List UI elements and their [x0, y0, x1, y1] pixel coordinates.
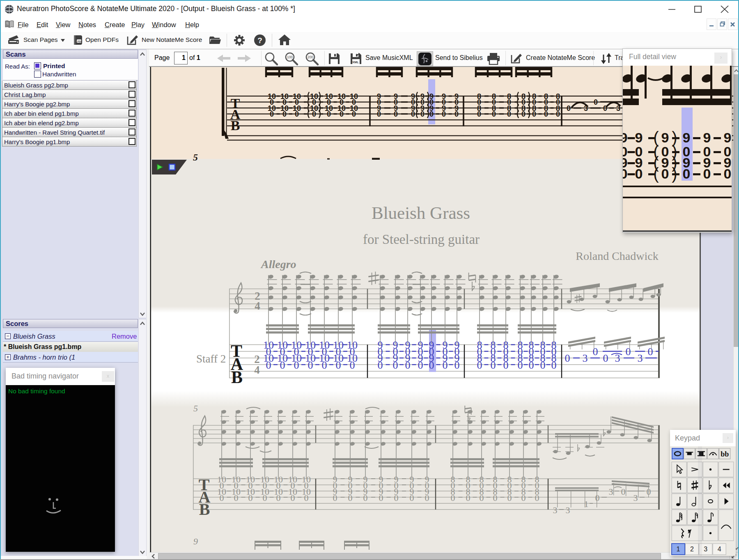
svg-text:0: 0 — [556, 110, 560, 118]
svg-text:0: 0 — [340, 110, 344, 118]
svg-text:0: 0 — [661, 166, 669, 181]
svg-text:100: 100 — [287, 55, 293, 59]
svg-text:0: 0 — [724, 166, 732, 181]
svg-text:9: 9 — [623, 130, 627, 145]
svg-text:0: 0 — [442, 110, 446, 118]
svg-text:0: 0 — [410, 493, 414, 503]
svg-text:9: 9 — [703, 130, 711, 145]
svg-text:0: 0 — [648, 346, 653, 358]
svg-text:0: 0 — [683, 166, 691, 181]
svg-text:Roland Chadwick: Roland Chadwick — [576, 250, 658, 262]
svg-text:0: 0 — [503, 359, 509, 371]
svg-text:0: 0 — [443, 359, 448, 371]
svg-text:0: 0 — [621, 487, 626, 497]
svg-text:0: 0 — [623, 166, 627, 181]
svg-text:9: 9 — [683, 130, 691, 145]
svg-text:3: 3 — [633, 493, 638, 503]
svg-text:0: 0 — [429, 110, 434, 118]
svg-text:3: 3 — [616, 104, 620, 112]
svg-text:0: 0 — [394, 110, 398, 118]
svg-text:0: 0 — [295, 110, 299, 118]
svg-text:0: 0 — [529, 359, 534, 371]
svg-text:1: 1 — [677, 546, 680, 553]
svg-text:3: 3 — [583, 352, 588, 364]
svg-text:0: 0 — [491, 359, 496, 371]
svg-text:0: 0 — [333, 493, 337, 503]
svg-text:0: 0 — [291, 493, 295, 503]
svg-text:0: 0 — [294, 359, 299, 371]
svg-text:3: 3 — [566, 505, 570, 515]
svg-text:Blueish Grass: Blueish Grass — [372, 203, 470, 223]
svg-text:0: 0 — [280, 359, 285, 371]
svg-text:0: 0 — [425, 493, 429, 503]
svg-text:0: 0 — [451, 493, 455, 503]
svg-text:0: 0 — [234, 493, 239, 503]
svg-text:0: 0 — [418, 359, 423, 371]
svg-text:0: 0 — [593, 346, 598, 358]
svg-text:3: 3 — [615, 352, 620, 364]
svg-text:0: 0 — [521, 110, 526, 118]
svg-text:0: 0 — [535, 493, 539, 503]
svg-text:PDF: PDF — [78, 40, 83, 43]
svg-text:0: 0 — [544, 110, 548, 118]
svg-text:0: 0 — [595, 493, 600, 503]
svg-text:0: 0 — [532, 110, 536, 118]
svg-text:0: 0 — [322, 359, 327, 371]
svg-text:0: 0 — [363, 493, 368, 503]
svg-text:?: ? — [257, 36, 262, 45]
svg-text:0: 0 — [378, 359, 383, 371]
svg-text:5: 5 — [193, 403, 198, 413]
svg-text:0: 0 — [603, 352, 608, 364]
svg-text:0: 0 — [220, 493, 224, 503]
svg-text:0: 0 — [703, 166, 711, 181]
svg-text:3: 3 — [584, 104, 588, 112]
svg-text:B: B — [231, 118, 240, 133]
svg-text:0: 0 — [379, 493, 383, 503]
svg-text:200: 200 — [308, 55, 313, 59]
svg-text:Staff 2: Staff 2 — [196, 353, 226, 365]
svg-text:0: 0 — [248, 493, 253, 503]
svg-text:0: 0 — [454, 359, 460, 371]
svg-text:0: 0 — [466, 493, 470, 503]
svg-text:0: 0 — [336, 359, 341, 371]
svg-text:bb: bb — [721, 450, 729, 458]
svg-text:for Steel-string guitar: for Steel-string guitar — [363, 232, 480, 247]
svg-text:0: 0 — [594, 98, 598, 106]
svg-text:0: 0 — [565, 352, 570, 364]
svg-text:0: 0 — [635, 166, 643, 181]
svg-text:0: 0 — [266, 359, 271, 371]
svg-text:0: 0 — [507, 110, 511, 118]
svg-text:0: 0 — [429, 359, 434, 371]
svg-text:3: 3 — [638, 352, 643, 364]
svg-text:0: 0 — [350, 359, 355, 371]
svg-text:9: 9 — [635, 130, 643, 145]
svg-text:0: 0 — [480, 493, 484, 503]
svg-text:0: 0 — [454, 110, 459, 118]
svg-text:0: 0 — [270, 110, 274, 118]
svg-text:0: 0 — [477, 359, 482, 371]
svg-text:0: 0 — [352, 110, 356, 118]
svg-text:3: 3 — [609, 487, 613, 497]
svg-text:0: 0 — [312, 110, 316, 118]
svg-text:4: 4 — [255, 300, 260, 312]
svg-text:0: 0 — [405, 359, 411, 371]
svg-text:0: 0 — [540, 359, 546, 371]
svg-text:0: 0 — [348, 493, 353, 503]
svg-text:0: 0 — [327, 110, 331, 118]
svg-text:0: 0 — [394, 493, 399, 503]
svg-text:0: 0 — [282, 110, 287, 118]
svg-text:4: 4 — [254, 364, 260, 376]
svg-text:3: 3 — [553, 505, 558, 515]
svg-text:0: 0 — [393, 359, 398, 371]
svg-text:0: 0 — [603, 104, 607, 112]
svg-text:0: 0 — [626, 346, 631, 358]
svg-text:0: 0 — [507, 493, 512, 503]
svg-text:0: 0 — [551, 359, 557, 371]
svg-text:0: 0 — [377, 110, 381, 118]
svg-text:XML: XML — [352, 60, 359, 64]
svg-text:0: 0 — [304, 493, 309, 503]
svg-text:0: 0 — [276, 493, 281, 503]
svg-text:0: 0 — [493, 493, 498, 503]
svg-text:5: 5 — [193, 152, 198, 163]
svg-text:0: 0 — [308, 359, 313, 371]
